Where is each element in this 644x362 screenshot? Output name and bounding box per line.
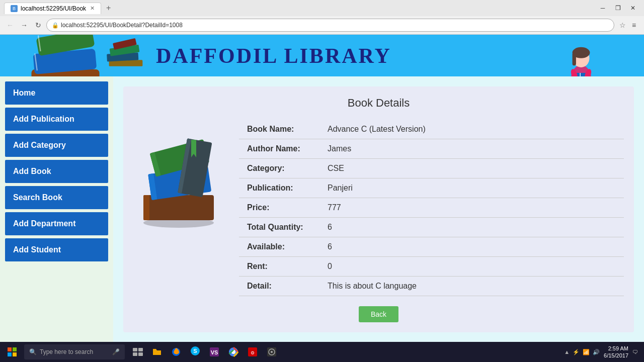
taskbar-clock: 2:59 AM 6/15/2017 [604, 345, 628, 359]
author-name-value: James [319, 139, 624, 159]
table-row: Available: 6 [239, 237, 624, 257]
taskbar-search-text: Type here to search [40, 348, 93, 355]
rent-value: 0 [319, 257, 624, 277]
detail-label: Detail: [239, 277, 319, 296]
window-controls: ─ ❒ ✕ [596, 3, 640, 14]
browser-tab[interactable]: B localhost:52295/UI/Book ✕ [4, 3, 101, 14]
svg-rect-29 [13, 347, 17, 351]
book-name-label: Book Name: [239, 120, 319, 139]
content-area: Book Details [113, 76, 644, 342]
total-quantity-value: 6 [319, 218, 624, 237]
books-icon [20, 35, 111, 76]
svg-rect-32 [133, 348, 137, 351]
details-table: Book Name: Advance C (Latest Version) Au… [239, 120, 624, 296]
visual-studio-button[interactable]: VS [205, 343, 223, 361]
close-button[interactable]: ✕ [626, 3, 640, 14]
back-btn-row: Back [133, 306, 624, 322]
svg-rect-33 [138, 348, 143, 351]
taskbar: 🔍 Type here to search 🎤 [0, 342, 644, 362]
start-button[interactable] [2, 343, 22, 361]
book-stack-detail-icon [101, 35, 151, 76]
network-icon: 📶 [583, 349, 590, 355]
volume-icon[interactable]: 🔊 [593, 349, 600, 355]
new-tab-icon[interactable]: + [103, 3, 114, 14]
svg-rect-28 [8, 347, 12, 351]
book-stack-image [133, 120, 224, 230]
back-nav-button[interactable]: ← [4, 19, 16, 31]
table-row: Category: CSE [239, 159, 624, 178]
taskbar-apps: S VS ⚙ [129, 343, 281, 361]
author-name-label: Author Name: [239, 139, 319, 159]
notification-icon[interactable]: 🗨 [632, 349, 638, 355]
forward-nav-button[interactable]: → [18, 19, 30, 31]
svg-rect-31 [13, 352, 17, 356]
clock-date: 6/15/2017 [604, 352, 628, 359]
task-view-button[interactable] [129, 343, 147, 361]
menu-icon[interactable]: ≡ [628, 19, 640, 31]
detail-section: Book Name: Advance C (Latest Version) Au… [133, 120, 624, 296]
page-wrapper: DAFFODIL LIBRARY Home Add Publication Ad… [0, 35, 644, 350]
price-label: Price: [239, 198, 319, 218]
price-value: 777 [319, 198, 624, 218]
back-button[interactable]: Back [359, 306, 398, 322]
chrome-button[interactable] [224, 343, 243, 361]
sidebar-item-search-book[interactable]: Search Book [5, 186, 108, 209]
sidebar-item-add-student[interactable]: Add Student [5, 238, 108, 261]
book-image-area [133, 120, 224, 296]
lock-icon: 🔒 [52, 22, 59, 29]
site-title: DAFFODIL LIBRARY [156, 44, 391, 68]
sidebar-item-add-publication[interactable]: Add Publication [5, 108, 108, 131]
bookmark-icon[interactable]: ☆ [619, 21, 626, 29]
bluetooth-icon: ⚡ [573, 349, 580, 355]
svg-rect-13 [573, 53, 576, 66]
table-row: Price: 777 [239, 198, 624, 218]
category-label: Category: [239, 159, 319, 178]
tab-close-icon[interactable]: ✕ [90, 5, 95, 12]
sidebar-item-add-category[interactable]: Add Category [5, 134, 108, 157]
search-icon: 🔍 [29, 348, 37, 355]
table-row: Rent: 0 [239, 257, 624, 277]
taskbar-right: ▲ ⚡ 📶 🔊 2:59 AM 6/15/2017 🗨 [564, 345, 642, 359]
address-bar[interactable]: 🔒 localhost:52295/UI/BookDetail?DetailId… [46, 19, 614, 32]
sidebar-item-add-book[interactable]: Add Book [5, 160, 108, 183]
girl-reading-icon [558, 40, 604, 76]
sidebar-item-add-department[interactable]: Add Department [5, 212, 108, 235]
svg-text:S: S [193, 348, 197, 354]
tab-title: localhost:52295/UI/Book [21, 5, 86, 12]
available-label: Available: [239, 237, 319, 257]
rent-label: Rent: [239, 257, 319, 277]
total-quantity-label: Total Quantity: [239, 218, 319, 237]
main-content: Home Add Publication Add Category Add Bo… [0, 76, 644, 342]
svg-rect-20 [143, 195, 149, 220]
skype-button[interactable]: S [186, 343, 204, 361]
table-row: Detail: This is about C language [239, 277, 624, 296]
table-row: Author Name: James [239, 139, 624, 159]
media-app-button[interactable] [263, 343, 281, 361]
table-row: Total Quantity: 6 [239, 218, 624, 237]
minimize-button[interactable]: ─ [596, 3, 610, 14]
publication-value: Panjeri [319, 178, 624, 198]
browser-titlebar: B localhost:52295/UI/Book ✕ + ─ ❒ ✕ [0, 0, 644, 16]
microphone-icon: 🎤 [112, 348, 120, 355]
sidebar-item-home[interactable]: Home [5, 81, 108, 105]
clock-time: 2:59 AM [608, 345, 628, 352]
settings-app-button[interactable]: ⚙ [244, 343, 262, 361]
svg-text:⚙: ⚙ [251, 350, 255, 355]
content-inner: Book Details [123, 86, 634, 332]
category-value: CSE [319, 159, 624, 178]
maximize-button[interactable]: ❒ [611, 3, 625, 14]
svg-rect-35 [138, 352, 143, 356]
file-explorer-button[interactable] [148, 343, 166, 361]
page-title: Book Details [133, 97, 624, 110]
taskbar-search-box[interactable]: 🔍 Type here to search 🎤 [24, 344, 125, 359]
reload-button[interactable]: ↻ [32, 19, 44, 31]
address-text: localhost:52295/UI/BookDetail?DetailId=1… [61, 22, 183, 29]
svg-text:VS: VS [211, 349, 218, 355]
firefox-button[interactable] [167, 343, 185, 361]
svg-point-47 [271, 351, 273, 353]
table-row: Publication: Panjeri [239, 178, 624, 198]
sidebar: Home Add Publication Add Category Add Bo… [0, 76, 113, 342]
chevron-up-icon[interactable]: ▲ [564, 349, 570, 355]
available-value: 6 [319, 237, 624, 257]
svg-rect-30 [8, 352, 12, 356]
